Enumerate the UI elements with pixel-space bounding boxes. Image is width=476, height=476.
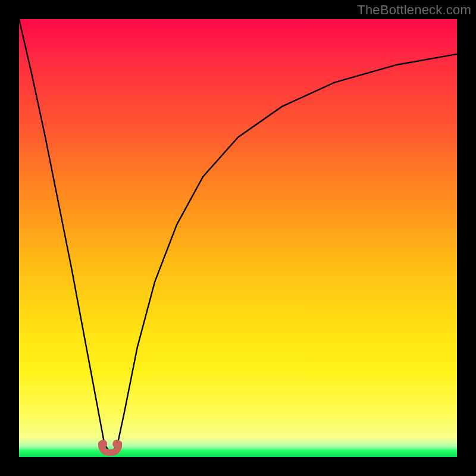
plot-area [19,19,457,457]
bottleneck-curve [19,19,457,455]
min-marker-left [99,440,107,448]
watermark-label: TheBottleneck.com [357,2,471,18]
min-marker-right [112,440,121,448]
chart-frame: TheBottleneck.com [0,0,476,476]
curve-layer [19,19,457,457]
